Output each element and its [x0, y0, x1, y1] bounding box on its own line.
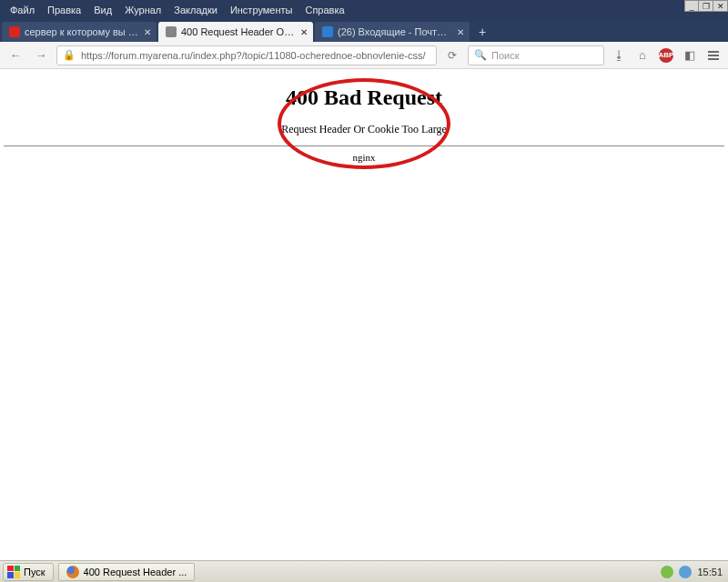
- menu-bookmarks[interactable]: Закладки: [167, 5, 224, 15]
- adblock-button[interactable]: ABP: [657, 46, 675, 65]
- tray-icon[interactable]: [679, 566, 692, 578]
- firefox-icon: [66, 566, 79, 578]
- error-server: nginx: [0, 152, 728, 163]
- clock[interactable]: 15:51: [697, 567, 723, 577]
- reload-button[interactable]: ⟳: [442, 45, 462, 65]
- tab-close-button[interactable]: ✕: [144, 27, 151, 37]
- start-label: Пуск: [24, 567, 46, 577]
- taskbar-app-label: 400 Request Header ...: [84, 567, 187, 577]
- menu-file[interactable]: Файл: [4, 5, 41, 15]
- search-placeholder: Поиск: [491, 50, 519, 61]
- toolbar: ← → 🔒 ⟳ 🔍 Поиск ⭳ ⌂ ABP ◧: [0, 42, 728, 69]
- home-button[interactable]: ⌂: [633, 46, 652, 65]
- tab-close-button[interactable]: ✕: [300, 27, 308, 37]
- windows-logo-icon: [7, 566, 20, 578]
- tab-strip: сервер к которому вы пыта... ✕ 400 Reque…: [0, 20, 728, 42]
- url-input[interactable]: [81, 50, 430, 61]
- menu-view[interactable]: Вид: [87, 5, 118, 15]
- error-subtitle: Request Header Or Cookie Too Large: [0, 123, 728, 136]
- taskbar-app-firefox[interactable]: 400 Request Header ...: [58, 563, 196, 581]
- hamburger-icon: [708, 51, 719, 60]
- error-title: 400 Bad Request: [0, 85, 728, 110]
- menu-edit[interactable]: Правка: [41, 5, 87, 15]
- menu-bar: Файл Правка Вид Журнал Закладки Инструме…: [0, 0, 728, 20]
- downloads-button[interactable]: ⭳: [610, 46, 628, 65]
- tab-label: сервер к которому вы пыта...: [25, 26, 138, 37]
- favicon-yandex-icon: [9, 26, 20, 37]
- tab-error-page[interactable]: 400 Request Header Or Cooki... ✕: [158, 22, 313, 42]
- window-minimize-button[interactable]: _: [684, 0, 699, 12]
- tray-icon[interactable]: [661, 566, 673, 578]
- menu-tools[interactable]: Инструменты: [224, 5, 299, 15]
- menu-help[interactable]: Справка: [298, 5, 350, 15]
- lock-icon: 🔒: [63, 49, 76, 61]
- window-restore-button[interactable]: ❐: [699, 0, 713, 12]
- window-close-button[interactable]: ✕: [713, 0, 728, 12]
- favicon-generic-icon: [166, 26, 177, 37]
- new-tab-button[interactable]: +: [471, 22, 493, 42]
- back-button[interactable]: ←: [5, 45, 25, 65]
- tab-label: (26) Входящие - Почта Mail...: [338, 26, 451, 37]
- tab-close-button[interactable]: ✕: [457, 27, 464, 37]
- favicon-mailru-icon: [322, 26, 333, 37]
- menu-button[interactable]: [704, 46, 723, 65]
- search-box[interactable]: 🔍 Поиск: [468, 45, 604, 65]
- tab-mailru-inbox[interactable]: (26) Входящие - Почта Mail... ✕: [315, 22, 470, 42]
- page-content: 400 Bad Request Request Header Or Cookie…: [0, 69, 728, 560]
- url-bar[interactable]: 🔒: [56, 45, 437, 65]
- system-tray: 15:51: [655, 566, 728, 578]
- divider: [4, 146, 724, 146]
- tab-label: 400 Request Header Or Cooki...: [181, 26, 295, 37]
- taskbar: Пуск 400 Request Header ... 15:51: [0, 560, 728, 582]
- forward-button[interactable]: →: [31, 45, 51, 65]
- sidebar-button[interactable]: ◧: [681, 46, 699, 65]
- start-button[interactable]: Пуск: [3, 563, 54, 581]
- menu-history[interactable]: Журнал: [118, 5, 167, 15]
- tab-yandex-search[interactable]: сервер к которому вы пыта... ✕: [2, 22, 157, 42]
- abp-icon: ABP: [659, 48, 673, 63]
- search-icon: 🔍: [474, 49, 487, 61]
